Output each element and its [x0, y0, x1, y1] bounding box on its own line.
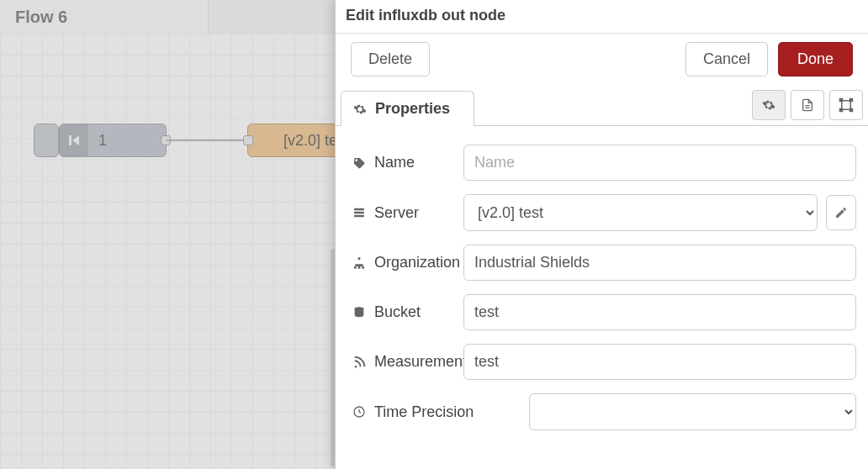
server-select[interactable]: [v2.0] test [463, 194, 818, 231]
svg-rect-8 [358, 257, 361, 260]
cancel-button[interactable]: Cancel [685, 42, 768, 76]
document-icon [801, 98, 814, 112]
time-precision-select[interactable] [529, 393, 856, 430]
panel-title: Edit influxdb out node [336, 0, 868, 33]
svg-rect-10 [358, 266, 361, 269]
gear-icon [353, 103, 367, 116]
edit-server-button[interactable] [826, 195, 856, 230]
tag-icon [352, 156, 366, 170]
measurement-label: Measurement [374, 353, 467, 371]
organization-label: Organization [374, 254, 460, 271]
database-icon [352, 306, 366, 319]
svg-rect-4 [850, 109, 853, 112]
svg-rect-1 [840, 99, 843, 102]
pencil-icon [834, 206, 848, 219]
clock-icon [352, 405, 366, 419]
svg-rect-11 [362, 266, 364, 269]
bounding-box-icon [839, 97, 854, 113]
svg-rect-6 [354, 212, 364, 214]
measurement-input[interactable] [463, 344, 856, 380]
rss-icon [352, 356, 366, 369]
svg-rect-9 [354, 266, 357, 269]
tool-settings-button[interactable] [752, 90, 786, 120]
svg-rect-2 [850, 99, 853, 102]
svg-rect-0 [842, 101, 851, 110]
tab-properties-label: Properties [375, 100, 450, 118]
bucket-label: Bucket [374, 303, 421, 321]
gear-icon [762, 98, 775, 112]
name-label: Name [374, 154, 415, 171]
svg-rect-5 [354, 208, 364, 211]
organization-input[interactable] [463, 245, 856, 281]
svg-rect-3 [840, 109, 843, 112]
sitemap-icon [352, 256, 366, 270]
tool-appearance-button[interactable] [829, 90, 863, 120]
server-label: Server [374, 204, 419, 222]
done-button[interactable]: Done [778, 42, 853, 76]
tab-properties[interactable]: Properties [341, 91, 474, 126]
delete-button[interactable]: Delete [351, 42, 430, 76]
server-icon [352, 206, 366, 219]
tool-docs-button[interactable] [791, 90, 824, 120]
time-precision-label: Time Precision [374, 403, 474, 421]
edit-panel: Edit influxdb out node Delete Cancel Don… [335, 0, 868, 469]
svg-rect-7 [354, 215, 364, 218]
name-input[interactable] [463, 145, 856, 181]
bucket-input[interactable] [463, 294, 856, 330]
